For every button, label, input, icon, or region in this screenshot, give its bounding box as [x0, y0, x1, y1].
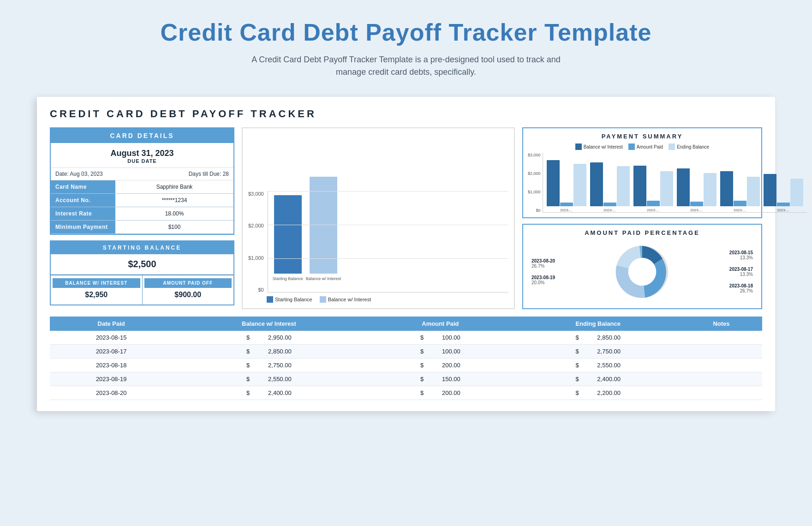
payment-bar-balance: [677, 168, 690, 206]
data-table: Date Paid Balance w/ Interest Amount Pai…: [50, 317, 762, 400]
bar-chart-panel: $3,000 $2,000 $1,000 $0 Starting Balance: [242, 127, 515, 309]
legend-item: Amount Paid: [628, 143, 663, 150]
table-header-row: Date Paid Balance w/ Interest Amount Pai…: [50, 317, 762, 331]
pie-label-pct: 13.3%: [729, 255, 753, 260]
cell-ending: $ 2,200.00: [515, 386, 681, 400]
interest-rate-value: 18.00%: [115, 207, 233, 221]
pie-chart-svg: [612, 242, 672, 302]
pie-label-date: 2023-08-20: [531, 258, 555, 263]
table-row: 2023-08-20 $ 2,400.00 $ 200.00 $ 2,200.0…: [50, 386, 762, 400]
balance-w-interest-label: BALANCE W/ INTEREST: [53, 278, 140, 288]
due-date-label: DUE DATE: [54, 158, 230, 164]
interest-rate-label: Interest Rate: [51, 207, 115, 221]
pie-labels-right: 2023-08-15 13.3% 2023-08-17 13.3% 2023-0…: [729, 250, 753, 293]
payment-bar-ending: [573, 164, 586, 206]
card-details-panel: CARD DETAILS August 31, 2023 DUE DATE Da…: [50, 127, 234, 235]
legend-item: Balance w/ Interest: [320, 296, 371, 303]
min-payment-label: Minimum Payment: [51, 221, 115, 234]
table-row: 2023-08-19 $ 2,550.00 $ 150.00 $ 2,400.0…: [50, 372, 762, 386]
payment-x-label: 2023-...: [774, 208, 793, 212]
legend-label: Amount Paid: [637, 144, 663, 149]
cell-amount: $ 100.00: [365, 331, 515, 345]
cell-amount: $ 150.00: [365, 372, 515, 386]
table-row: Card Name Sapphire Bank: [51, 180, 233, 194]
payment-bar-group: 2023-...: [590, 162, 630, 212]
min-payment-value: $100: [115, 221, 233, 234]
pie-label-date: 2023-08-18: [729, 283, 753, 288]
payment-bar-ending: [790, 179, 803, 206]
pie-label-item: 2023-08-17 13.3%: [729, 267, 753, 277]
table-row: Interest Rate 18.00%: [51, 207, 233, 221]
payment-bar-balance: [720, 171, 733, 206]
pie-label-item: 2023-08-19 20.0%: [531, 275, 555, 285]
y-label: $1,000: [248, 255, 264, 261]
pie-label-date: 2023-08-17: [729, 267, 753, 272]
cell-balance: $ 2,400.00: [173, 386, 365, 400]
payment-bar-ending: [617, 166, 630, 206]
right-panels: PAYMENT SUMMARY Balance w/ Interest Amou…: [522, 127, 762, 309]
left-panel: CARD DETAILS August 31, 2023 DUE DATE Da…: [50, 127, 234, 309]
cell-amount: $ 200.00: [365, 359, 515, 372]
payment-bar-group: 2023-...: [677, 168, 716, 212]
cell-date: 2023-08-18: [50, 359, 173, 372]
bar-x-label: Balance w/ Interest: [306, 276, 341, 281]
legend-label: Ending Balance: [677, 144, 709, 149]
cell-balance: $ 2,750.00: [173, 359, 365, 372]
col-date-paid: Date Paid: [50, 317, 173, 331]
pie-label-pct: 13.3%: [729, 272, 753, 277]
chart-legend: Starting Balance Balance w/ Interest: [248, 293, 508, 303]
bar-light: [310, 177, 337, 274]
legend-box: [669, 143, 675, 150]
cell-balance: $ 2,550.00: [173, 372, 365, 386]
page-subtitle: A Credit Card Debt Payoff Tracker Templa…: [245, 54, 567, 78]
payment-legend: Balance w/ Interest Amount Paid Ending B…: [528, 143, 757, 150]
y-axis: $3,000 $2,000 $1,000 $0: [248, 191, 264, 293]
cell-ending: $ 2,750.00: [515, 345, 681, 359]
legend-label: Balance w/ Interest: [584, 144, 623, 149]
payment-bar-paid: [603, 203, 616, 206]
pie-label-pct: 26.7%: [531, 263, 555, 269]
table-row: 2023-08-18 $ 2,750.00 $ 200.00 $ 2,550.0…: [50, 359, 762, 372]
col-balance-w-interest: Balance w/ Interest: [173, 317, 365, 331]
pie-label-pct: 20.0%: [531, 280, 555, 285]
payment-bar-paid: [647, 201, 660, 206]
payment-bar-group: 2023-...: [633, 166, 673, 212]
legend-box-dark: [267, 296, 273, 303]
cell-ending: $ 2,850.00: [515, 331, 681, 345]
cell-amount: $ 200.00: [365, 386, 515, 400]
card-info-table: Card Name Sapphire Bank Account No. ****…: [51, 180, 233, 234]
bars-wrapper: Starting Balance Balance w/ Interest: [268, 191, 508, 293]
payment-x-label: 2023-...: [644, 208, 663, 212]
y-label: $2,000: [248, 223, 264, 228]
pie-label-item: 2023-08-15 13.3%: [729, 250, 753, 260]
legend-item: Ending Balance: [669, 143, 709, 150]
cell-balance: $ 2,850.00: [173, 345, 365, 359]
pie-labels-left: 2023-08-20 26.7% 2023-08-19 20.0%: [531, 258, 555, 285]
tracker-container: CREDIT CARD DEBT PAYOFF TRACKER CARD DET…: [37, 97, 775, 411]
payment-bar-paid: [777, 203, 790, 206]
payment-summary-title: PAYMENT SUMMARY: [528, 133, 757, 140]
cell-date: 2023-08-17: [50, 345, 173, 359]
pie-label-item: 2023-08-18 26.7%: [729, 283, 753, 293]
bar-dark: [274, 195, 302, 274]
date-paid: Date: Aug 03, 2023: [55, 171, 103, 177]
account-no-value: ******1234: [115, 194, 233, 207]
payment-bar-paid: [690, 202, 703, 206]
pie-label-pct: 26.7%: [729, 288, 753, 293]
pie-label-date: 2023-08-19: [531, 275, 555, 280]
payment-bar-ending: [747, 177, 760, 206]
card-name-label: Card Name: [51, 180, 115, 194]
top-section: CARD DETAILS August 31, 2023 DUE DATE Da…: [50, 127, 762, 309]
payment-bar-paid: [734, 201, 746, 206]
cell-balance: $ 2,950.00: [173, 331, 365, 345]
cell-date: 2023-08-19: [50, 372, 173, 386]
payment-x-label: 2023-...: [601, 208, 619, 212]
legend-box: [575, 143, 582, 150]
payment-x-label: 2023-...: [731, 208, 749, 212]
amount-paid-off-label: AMOUNT PAID OFF: [144, 278, 232, 288]
pie-content: 2023-08-20 26.7% 2023-08-19 20.0%: [528, 240, 757, 304]
payment-bar-balance: [633, 166, 646, 206]
bar-group: Balance w/ Interest: [306, 177, 341, 292]
legend-box-light: [320, 296, 326, 303]
cell-notes: [681, 331, 762, 345]
